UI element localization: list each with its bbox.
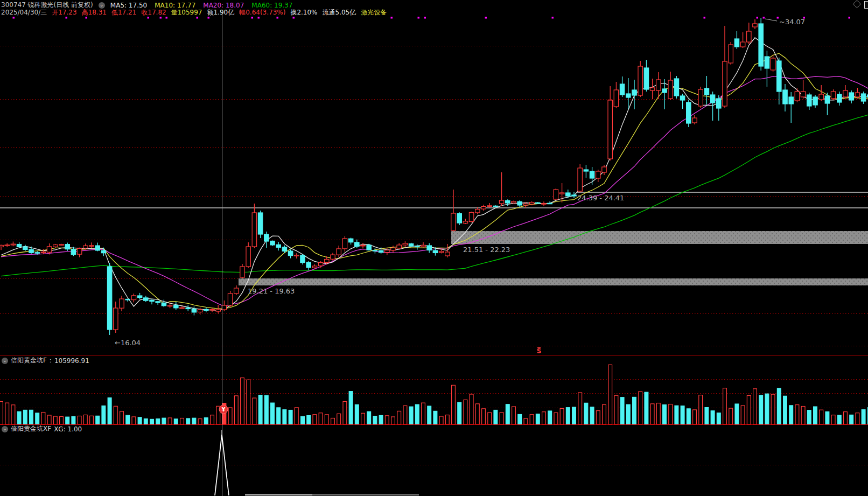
header-line-2: 2025/04/30/三开17.23高18.31低17.21收17.82量105… — [1, 8, 387, 17]
volume-pane-label: ⌄ 倍阳黄金坑F：105996.91 — [2, 356, 89, 365]
volume-indicator-sep: ： — [47, 356, 54, 365]
gridlines — [0, 46, 868, 465]
gap-label: 21.51 - 22.23 — [463, 246, 510, 254]
info-token: 2025/04/30/三 — [1, 8, 47, 17]
info-token: 激光设备 — [361, 8, 387, 17]
bottom-edge-segment — [245, 494, 312, 495]
gap-label: 19.21 - 19.63 — [248, 287, 295, 295]
info-token: 换2.10% — [290, 8, 317, 17]
signal-pane-label: ⌄ 倍阳黄金坑XF XG: 1.00 — [2, 424, 82, 434]
volume-indicator-name: 倍阳黄金坑F — [11, 356, 47, 365]
collapse-volume-icon[interactable]: ⌄ — [2, 358, 8, 364]
ma20-line — [1, 76, 868, 306]
info-token: 高18.31 — [82, 8, 107, 17]
window-icon[interactable] — [864, 1, 868, 9]
info-token: 低17.21 — [111, 8, 136, 17]
info-token: 收17.82 — [141, 8, 166, 17]
info-token: 流通5.05亿 — [323, 8, 356, 17]
collapse-main-icon[interactable]: ⌄ — [99, 2, 105, 9]
chart-canvas[interactable]: 24.39 - 24.4121.51 - 22.2319.21 - 19.63~… — [0, 0, 868, 496]
info-token: 开17.23 — [52, 8, 76, 17]
collapse-signal-icon[interactable]: ⌄ — [2, 426, 8, 432]
low-annotation: ←16.04 — [115, 339, 141, 347]
volume-indicator-value: 105996.91 — [54, 357, 89, 365]
svg-text:¥: ¥ — [222, 407, 226, 413]
info-token: 量105997 — [171, 8, 202, 17]
info-token: 幅0.64(3.73%) — [239, 8, 285, 17]
signal-indicator-name: 倍阳黄金坑XF — [11, 424, 51, 434]
bottom-edge-segment — [312, 494, 419, 495]
volume-bars — [0, 365, 868, 424]
ma-lines — [1, 38, 868, 310]
ma10-line — [1, 53, 868, 309]
high-annotation: ~34.07 — [779, 18, 805, 26]
chart-window: 300747 锐科激光(日线 前复权) ⌄ MA5: 17.50MA10: 17… — [0, 0, 868, 496]
info-token: 额1.90亿 — [207, 8, 234, 17]
candles — [0, 18, 868, 335]
signal-indicator-value: XG: 1.00 — [54, 425, 82, 433]
gap-label: 24.39 - 24.41 — [577, 194, 624, 202]
sell-marker: S — [537, 347, 542, 355]
